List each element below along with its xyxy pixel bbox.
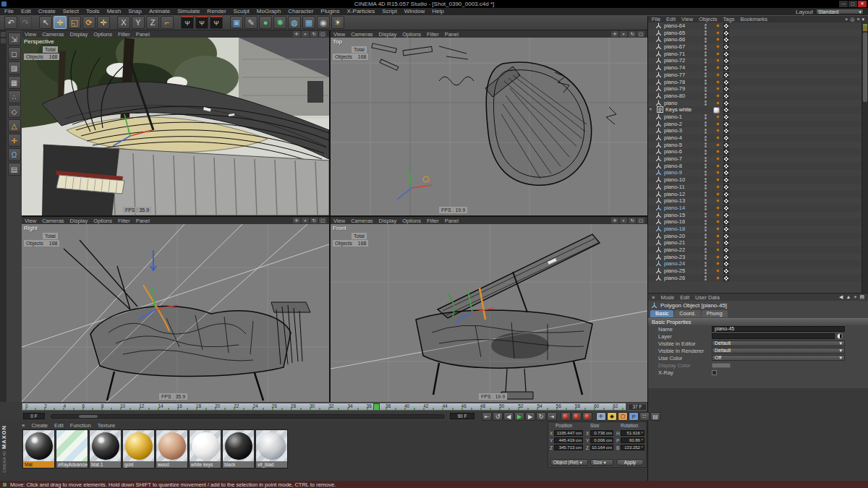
snap-icon[interactable]: Ω xyxy=(8,148,21,161)
visibility-dots[interactable] xyxy=(705,192,707,197)
size-y-field[interactable]: 0.006 cm xyxy=(590,437,613,443)
texture-tag-icon[interactable] xyxy=(723,44,729,50)
keyframe-parameter-toggle[interactable]: P xyxy=(629,412,639,421)
phong-tag-icon[interactable] xyxy=(716,101,720,105)
viewport-top[interactable]: ViewCamerasDisplayOptionsFilterPanel✛⌖↻▢ xyxy=(331,30,647,215)
object-row[interactable]: piano-2 xyxy=(648,121,862,128)
material-mat-1[interactable]: Mat.1 xyxy=(89,429,122,468)
om-menu-file[interactable]: File xyxy=(652,16,660,22)
display-color-swatch[interactable] xyxy=(712,363,731,368)
phong-tag-icon[interactable] xyxy=(716,38,720,41)
name-field[interactable]: piano-45 xyxy=(712,326,845,332)
menu-create[interactable]: Create xyxy=(38,8,56,15)
object-row[interactable]: piano-65 xyxy=(648,30,862,37)
model-mode-icon[interactable]: ◻ xyxy=(8,47,21,60)
polygons-mode-icon[interactable]: △ xyxy=(8,119,21,132)
use-color-select[interactable]: Off▾ xyxy=(712,355,845,361)
toggle-view-icon[interactable]: ▢ xyxy=(319,218,326,223)
object-row[interactable]: piano-11 xyxy=(648,184,862,191)
texture-mode-icon[interactable]: ▨ xyxy=(8,61,21,74)
timeline-options-icon[interactable]: ∷ xyxy=(639,412,650,421)
object-row[interactable]: piano-1 xyxy=(648,114,862,121)
vp-menu-filter[interactable]: Filter xyxy=(118,31,130,38)
object-row[interactable]: piano-8 xyxy=(648,163,862,170)
visibility-dots[interactable] xyxy=(705,59,707,64)
playhead[interactable] xyxy=(373,403,380,411)
phong-tag-icon[interactable] xyxy=(716,150,720,153)
viewport-right[interactable]: ViewCamerasDisplayOptionsFilterPanel✛⌖↻▢ xyxy=(22,217,329,402)
range-start-field[interactable]: 0 F xyxy=(23,413,45,419)
visibility-dots[interactable] xyxy=(705,184,707,189)
object-row[interactable]: piano-66 xyxy=(648,36,862,43)
record-selection-button[interactable] xyxy=(582,412,592,421)
texture-tag-icon[interactable] xyxy=(723,128,729,134)
move-tool-icon[interactable]: ✛ xyxy=(54,16,67,29)
hamburger-icon[interactable]: ≡ xyxy=(652,294,655,301)
object-row[interactable]: piano xyxy=(648,100,862,107)
material-wood[interactable]: wood xyxy=(156,429,188,468)
phong-tag-icon[interactable] xyxy=(716,269,720,273)
object-row[interactable]: piano-26 xyxy=(648,275,862,282)
texture-tag-icon[interactable] xyxy=(723,100,729,106)
object-row[interactable]: piano-16 xyxy=(648,218,862,226)
visibility-dots[interactable] xyxy=(705,220,707,225)
texture-tag-icon[interactable] xyxy=(723,247,729,253)
texture-tag-icon[interactable] xyxy=(723,114,729,120)
visibility-dots[interactable] xyxy=(705,30,707,35)
phong-tag-icon[interactable] xyxy=(716,45,720,48)
phong-tag-icon[interactable] xyxy=(716,255,720,259)
menu-mesh[interactable]: Mesh xyxy=(107,8,122,15)
vp-menu-filter[interactable]: Filter xyxy=(118,218,130,224)
object-row[interactable]: piano-9 xyxy=(648,169,862,176)
vp-menu-view[interactable]: View xyxy=(25,31,36,38)
toggle-view-icon[interactable]: ▢ xyxy=(319,31,326,37)
material-black[interactable]: black xyxy=(222,429,255,468)
object-row[interactable]: piano-7 xyxy=(648,155,862,163)
object-row[interactable]: piano-10 xyxy=(648,176,862,184)
vp-menu-cameras[interactable]: Cameras xyxy=(42,218,64,224)
add-generator-icon[interactable]: ● xyxy=(259,16,272,29)
phong-tag-icon[interactable] xyxy=(716,241,720,244)
toggle-view-icon[interactable]: ▢ xyxy=(637,31,644,37)
vp-menu-cameras[interactable]: Cameras xyxy=(351,218,373,224)
vp-menu-filter[interactable]: Filter xyxy=(427,218,439,224)
om-menu-tags[interactable]: Tags xyxy=(723,16,735,22)
pan-view-icon[interactable]: ✛ xyxy=(611,31,618,37)
focus-icon[interactable]: ⌖ xyxy=(854,294,856,300)
visibility-dots[interactable] xyxy=(705,205,707,210)
object-row[interactable]: piano-21 xyxy=(648,239,862,247)
workplane-mode-icon[interactable]: ▦ xyxy=(8,76,21,89)
visibility-dots[interactable] xyxy=(705,87,707,92)
rotate-tool-icon[interactable]: ⟳ xyxy=(82,16,95,29)
undo-icon[interactable]: ↶ xyxy=(4,16,17,29)
vp-menu-view[interactable]: View xyxy=(333,31,345,38)
texture-tag-icon[interactable] xyxy=(723,254,729,260)
section-header[interactable]: Basic Properties xyxy=(648,318,868,325)
render-settings-icon[interactable]: Ψ xyxy=(210,16,223,29)
phong-tag-icon[interactable] xyxy=(716,192,720,196)
phong-tag-icon[interactable] xyxy=(716,199,720,202)
material-xrayadvancedmat[interactable]: xRayAdvancedMat xyxy=(56,429,88,468)
search-icon[interactable]: ⌖ xyxy=(845,17,848,22)
hamburger-icon[interactable]: ≡ xyxy=(22,422,25,429)
am-menu-mode[interactable]: Mode xyxy=(660,294,674,301)
range-end-field[interactable]: 90 F xyxy=(450,413,475,419)
close-button[interactable]: ✕ xyxy=(858,1,867,7)
rotate-view-icon[interactable]: ↻ xyxy=(629,218,636,223)
add-spline-icon[interactable]: ✎ xyxy=(244,16,258,29)
visibility-dots[interactable] xyxy=(705,157,707,162)
material-menu-edit[interactable]: Edit xyxy=(54,422,64,429)
texture-tag-icon[interactable] xyxy=(723,142,729,148)
visibility-dots[interactable] xyxy=(705,24,707,29)
object-row[interactable]: piano-22 xyxy=(648,247,862,254)
phong-tag-icon[interactable] xyxy=(716,87,720,90)
vp-menu-view[interactable]: View xyxy=(333,218,345,224)
keyframe-rotation-toggle[interactable]: ▢ xyxy=(618,412,628,421)
om-menu-objects[interactable]: Objects xyxy=(699,16,717,22)
next-frame-button[interactable]: ▶ xyxy=(525,412,535,421)
texture-tag-icon[interactable] xyxy=(723,184,729,190)
enable-axis-icon[interactable]: ✛ xyxy=(8,134,21,147)
object-row[interactable]: piano-5 xyxy=(648,142,862,149)
maximize-button[interactable]: ▢ xyxy=(848,1,857,7)
visibility-dots[interactable] xyxy=(705,114,707,119)
